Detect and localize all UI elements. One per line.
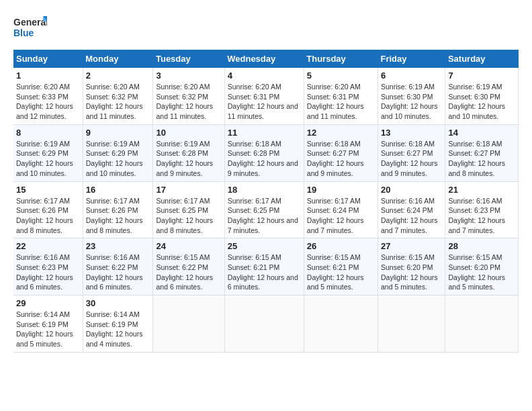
header-monday: Monday (83, 50, 153, 68)
day-number: 7 (448, 71, 515, 81)
day-number: 18 (228, 185, 301, 195)
calendar-cell: 15 Sunrise: 6:17 AM Sunset: 6:26 PM Dayl… (13, 181, 83, 238)
day-number: 26 (307, 241, 375, 251)
logo-graphic: General Blue (13, 13, 47, 43)
calendar-cell (153, 295, 224, 353)
day-number: 1 (16, 71, 80, 81)
day-number: 22 (16, 241, 80, 251)
day-number: 25 (228, 241, 301, 251)
cell-info: Sunrise: 6:14 AM Sunset: 6:19 PM Dayligh… (16, 310, 80, 349)
calendar-cell: 18 Sunrise: 6:17 AM Sunset: 6:25 PM Dayl… (224, 181, 304, 238)
calendar-cell: 3 Sunrise: 6:20 AM Sunset: 6:32 PM Dayli… (153, 68, 224, 124)
header-sunday: Sunday (13, 50, 83, 68)
cell-info: Sunrise: 6:15 AM Sunset: 6:21 PM Dayligh… (228, 253, 301, 292)
cell-info: Sunrise: 6:19 AM Sunset: 6:29 PM Dayligh… (16, 139, 80, 179)
cell-info: Sunrise: 6:15 AM Sunset: 6:21 PM Dayligh… (307, 253, 375, 292)
day-number: 20 (381, 185, 442, 195)
day-number: 21 (448, 185, 515, 195)
day-number: 29 (16, 298, 80, 308)
calendar-cell: 7 Sunrise: 6:19 AM Sunset: 6:30 PM Dayli… (445, 68, 519, 124)
calendar-cell: 6 Sunrise: 6:19 AM Sunset: 6:30 PM Dayli… (378, 68, 445, 124)
cell-info: Sunrise: 6:19 AM Sunset: 6:28 PM Dayligh… (156, 139, 221, 179)
day-number: 30 (86, 298, 150, 308)
day-number: 10 (156, 128, 221, 138)
calendar-cell: 8 Sunrise: 6:19 AM Sunset: 6:29 PM Dayli… (13, 124, 83, 181)
cell-info: Sunrise: 6:16 AM Sunset: 6:24 PM Dayligh… (381, 196, 442, 236)
calendar-cell: 29 Sunrise: 6:14 AM Sunset: 6:19 PM Dayl… (13, 295, 83, 353)
calendar-cell (445, 295, 519, 353)
day-number: 3 (156, 71, 221, 81)
header: General Blue (13, 13, 519, 43)
cell-info: Sunrise: 6:20 AM Sunset: 6:32 PM Dayligh… (156, 82, 221, 122)
calendar-cell: 11 Sunrise: 6:18 AM Sunset: 6:28 PM Dayl… (224, 124, 304, 181)
cell-info: Sunrise: 6:18 AM Sunset: 6:27 PM Dayligh… (448, 139, 515, 179)
day-number: 9 (86, 128, 150, 138)
day-number: 6 (381, 71, 442, 81)
cell-info: Sunrise: 6:17 AM Sunset: 6:26 PM Dayligh… (86, 196, 150, 236)
header-wednesday: Wednesday (224, 50, 304, 68)
calendar-cell: 20 Sunrise: 6:16 AM Sunset: 6:24 PM Dayl… (378, 181, 445, 238)
calendar-cell: 21 Sunrise: 6:16 AM Sunset: 6:23 PM Dayl… (445, 181, 519, 238)
day-number: 12 (307, 128, 375, 138)
calendar-cell: 9 Sunrise: 6:19 AM Sunset: 6:29 PM Dayli… (83, 124, 153, 181)
cell-info: Sunrise: 6:14 AM Sunset: 6:19 PM Dayligh… (86, 310, 150, 349)
cell-info: Sunrise: 6:17 AM Sunset: 6:24 PM Dayligh… (307, 196, 375, 236)
header-thursday: Thursday (304, 50, 378, 68)
day-number: 17 (156, 185, 221, 195)
calendar-week-row: 1 Sunrise: 6:20 AM Sunset: 6:33 PM Dayli… (13, 68, 519, 124)
cell-info: Sunrise: 6:16 AM Sunset: 6:23 PM Dayligh… (448, 196, 515, 236)
cell-info: Sunrise: 6:17 AM Sunset: 6:25 PM Dayligh… (228, 196, 301, 236)
cell-info: Sunrise: 6:20 AM Sunset: 6:31 PM Dayligh… (228, 82, 301, 122)
logo-svg: General Blue (13, 13, 47, 43)
cell-info: Sunrise: 6:19 AM Sunset: 6:30 PM Dayligh… (381, 82, 442, 122)
calendar-cell: 17 Sunrise: 6:17 AM Sunset: 6:25 PM Dayl… (153, 181, 224, 238)
day-number: 19 (307, 185, 375, 195)
calendar-table: SundayMondayTuesdayWednesdayThursdayFrid… (13, 50, 519, 353)
cell-info: Sunrise: 6:16 AM Sunset: 6:22 PM Dayligh… (86, 253, 150, 292)
day-number: 16 (86, 185, 150, 195)
calendar-cell: 30 Sunrise: 6:14 AM Sunset: 6:19 PM Dayl… (83, 295, 153, 353)
header-saturday: Saturday (445, 50, 519, 68)
day-number: 5 (307, 71, 375, 81)
calendar-cell: 10 Sunrise: 6:19 AM Sunset: 6:28 PM Dayl… (153, 124, 224, 181)
calendar-cell: 24 Sunrise: 6:15 AM Sunset: 6:22 PM Dayl… (153, 238, 224, 295)
calendar-cell: 5 Sunrise: 6:20 AM Sunset: 6:31 PM Dayli… (304, 68, 378, 124)
day-number: 28 (448, 241, 515, 251)
calendar-cell: 12 Sunrise: 6:18 AM Sunset: 6:27 PM Dayl… (304, 124, 378, 181)
calendar-cell: 13 Sunrise: 6:18 AM Sunset: 6:27 PM Dayl… (378, 124, 445, 181)
calendar-week-row: 15 Sunrise: 6:17 AM Sunset: 6:26 PM Dayl… (13, 181, 519, 238)
header-friday: Friday (378, 50, 445, 68)
calendar-cell: 27 Sunrise: 6:15 AM Sunset: 6:20 PM Dayl… (378, 238, 445, 295)
day-number: 23 (86, 241, 150, 251)
logo-container: General Blue (13, 13, 47, 43)
calendar-cell: 23 Sunrise: 6:16 AM Sunset: 6:22 PM Dayl… (83, 238, 153, 295)
cell-info: Sunrise: 6:20 AM Sunset: 6:31 PM Dayligh… (307, 82, 375, 122)
day-number: 11 (228, 128, 301, 138)
day-number: 2 (86, 71, 150, 81)
cell-info: Sunrise: 6:15 AM Sunset: 6:22 PM Dayligh… (156, 253, 221, 292)
day-number: 4 (228, 71, 301, 81)
calendar-cell (304, 295, 378, 353)
calendar-cell: 25 Sunrise: 6:15 AM Sunset: 6:21 PM Dayl… (224, 238, 304, 295)
calendar-cell: 4 Sunrise: 6:20 AM Sunset: 6:31 PM Dayli… (224, 68, 304, 124)
logo-general: General (13, 17, 47, 28)
day-number: 15 (16, 185, 80, 195)
cell-info: Sunrise: 6:15 AM Sunset: 6:20 PM Dayligh… (381, 253, 442, 292)
logo-blue: Blue (13, 28, 34, 38)
calendar-cell: 22 Sunrise: 6:16 AM Sunset: 6:23 PM Dayl… (13, 238, 83, 295)
calendar-cell (378, 295, 445, 353)
calendar-cell: 16 Sunrise: 6:17 AM Sunset: 6:26 PM Dayl… (83, 181, 153, 238)
cell-info: Sunrise: 6:20 AM Sunset: 6:33 PM Dayligh… (16, 82, 80, 122)
cell-info: Sunrise: 6:18 AM Sunset: 6:28 PM Dayligh… (228, 139, 301, 179)
cell-info: Sunrise: 6:17 AM Sunset: 6:25 PM Dayligh… (156, 196, 221, 236)
cell-info: Sunrise: 6:19 AM Sunset: 6:30 PM Dayligh… (448, 82, 515, 122)
calendar-cell: 1 Sunrise: 6:20 AM Sunset: 6:33 PM Dayli… (13, 68, 83, 124)
calendar-cell: 28 Sunrise: 6:15 AM Sunset: 6:20 PM Dayl… (445, 238, 519, 295)
calendar-header-row: SundayMondayTuesdayWednesdayThursdayFrid… (13, 50, 519, 68)
day-number: 14 (448, 128, 515, 138)
calendar-cell (224, 295, 304, 353)
calendar-cell: 14 Sunrise: 6:18 AM Sunset: 6:27 PM Dayl… (445, 124, 519, 181)
cell-info: Sunrise: 6:19 AM Sunset: 6:29 PM Dayligh… (86, 139, 150, 179)
day-number: 13 (381, 128, 442, 138)
cell-info: Sunrise: 6:16 AM Sunset: 6:23 PM Dayligh… (16, 253, 80, 292)
